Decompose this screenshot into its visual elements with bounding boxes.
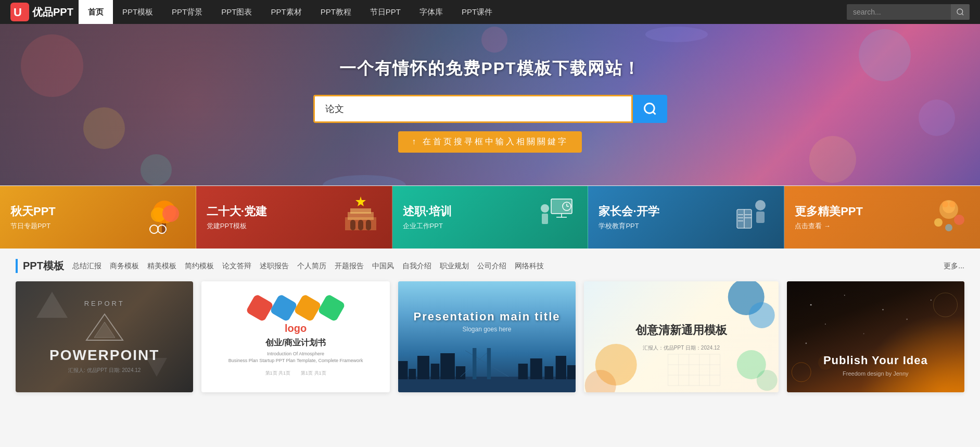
- nav-item-backgrounds[interactable]: PPT背景: [162, 0, 212, 24]
- svg-point-6: [859, 29, 911, 81]
- cat-sub-more: 点击查看 →: [795, 221, 863, 231]
- svg-point-2: [957, 9, 963, 15]
- svg-rect-65: [518, 364, 527, 379]
- svg-point-71: [749, 302, 775, 328]
- tag-intro[interactable]: 自我介绍: [402, 262, 431, 271]
- tag-beautiful[interactable]: 精美模板: [147, 262, 176, 271]
- svg-rect-56: [409, 369, 416, 379]
- svg-rect-37: [756, 212, 765, 223]
- cat-title-training: 述职·培训: [403, 204, 452, 219]
- card2-info1: 第1页 共1页: [265, 370, 291, 377]
- svg-point-9: [141, 154, 172, 185]
- hex-yellow: [294, 293, 322, 322]
- cat-card-party[interactable]: 二十大·党建 党建PPT模板: [196, 186, 392, 249]
- category-cards: 秋天PPT 节日专题PPT 二十大·党建 党建PPT模板: [0, 185, 980, 249]
- svg-point-19: [150, 225, 158, 233]
- logo[interactable]: U 优品PPT: [10, 3, 73, 21]
- tag-thesis[interactable]: 论文答辩: [222, 262, 251, 271]
- svg-point-47: [942, 201, 948, 207]
- nav-search-input[interactable]: [847, 4, 951, 20]
- template-card-5[interactable]: Publish Your Idea Freedom design by Jenn…: [787, 281, 964, 392]
- template-card-3[interactable]: Presentation main title Slogan goes here: [398, 281, 576, 392]
- svg-point-10: [809, 136, 856, 183]
- svg-point-90: [906, 318, 908, 320]
- hero-search-input[interactable]: 论文: [313, 95, 633, 123]
- svg-point-5: [83, 107, 125, 149]
- svg-point-4: [21, 34, 83, 97]
- cat-sub-school: 学校教育PPT: [599, 221, 659, 231]
- hero-hint: ↑ 在首页搜寻框中输入相關關鍵字: [398, 131, 581, 153]
- svg-rect-64: [487, 348, 491, 379]
- city-silhouette: [398, 345, 576, 392]
- svg-rect-63: [473, 348, 476, 379]
- cat-card-school[interactable]: 家长会·开学 学校教育PPT: [588, 186, 784, 249]
- tag-resume[interactable]: 个人简历: [297, 262, 326, 271]
- svg-point-89: [931, 300, 932, 301]
- cat-title-autumn: 秋天PPT: [10, 204, 56, 219]
- cat-card-autumn[interactable]: 秋天PPT 节日专题PPT: [0, 186, 196, 249]
- card1-main-label: POWERPOINT: [49, 347, 159, 364]
- nav-search-button[interactable]: [951, 4, 970, 20]
- svg-rect-57: [417, 356, 429, 379]
- section-title: PPT模板: [16, 259, 64, 273]
- cat-sub-training: 企业工作PPT: [403, 221, 452, 231]
- cat-title-more: 更多精美PPT: [795, 204, 863, 219]
- nav-item-materials[interactable]: PPT素材: [261, 0, 311, 24]
- more-tags-link[interactable]: 更多...: [944, 262, 964, 271]
- svg-rect-59: [440, 353, 455, 379]
- nav-item-charts[interactable]: PPT图表: [212, 0, 261, 24]
- svg-point-88: [805, 343, 807, 344]
- hero-title: 一个有情怀的免费PPT模板下载网站！: [339, 57, 640, 80]
- template-card-2[interactable]: logo 创业/商业计划书 Introduction Of Atmosphere…: [201, 281, 389, 392]
- card2-logo: logo: [285, 322, 307, 334]
- svg-point-50: [954, 215, 964, 225]
- tag-summary[interactable]: 总结汇报: [72, 262, 101, 271]
- tag-report[interactable]: 述职报告: [260, 262, 289, 271]
- template-card-4[interactable]: 创意清新通用模板 汇报人：优品PPT 日期：2024.12: [584, 281, 778, 392]
- tag-chinese[interactable]: 中国风: [372, 262, 394, 271]
- card5-main: Publish Your Idea: [823, 354, 928, 367]
- school-illustration: [732, 194, 773, 235]
- nav-item-holiday[interactable]: 节日PPT: [361, 0, 410, 24]
- tag-proposal[interactable]: 开题报告: [335, 262, 364, 271]
- tag-career[interactable]: 职业规划: [440, 262, 469, 271]
- training-illustration: [536, 194, 577, 235]
- cat-card-training[interactable]: 述职·培训 企业工作PPT: [392, 186, 589, 249]
- svg-point-91: [792, 363, 811, 382]
- cat-title-party: 二十大·党建: [207, 204, 267, 219]
- cat-card-more[interactable]: 更多精美PPT 点击查看 →: [784, 186, 980, 249]
- nav-item-tutorials[interactable]: PPT教程: [311, 0, 361, 24]
- card1-triangle-graphic: [84, 312, 125, 343]
- hex-red: [246, 293, 274, 322]
- svg-rect-25: [358, 220, 363, 230]
- nav-items: 首页 PPT模板 PPT背景 PPT图表 PPT素材 PPT教程 节日PPT 字…: [79, 0, 847, 24]
- nav-item-courses[interactable]: PPT课件: [452, 0, 502, 24]
- card4-title: 创意清新通用模板: [635, 322, 727, 338]
- svg-point-86: [825, 324, 826, 325]
- template-section: PPT模板 总结汇报 商务模板 精美模板 简约模板 论文答辩 述职报告 个人简历…: [0, 249, 980, 392]
- svg-rect-24: [350, 220, 355, 230]
- svg-point-18: [162, 205, 179, 222]
- nav-item-templates[interactable]: PPT模板: [113, 0, 162, 24]
- hero-search-button[interactable]: [633, 95, 667, 123]
- nav-search-area: [847, 4, 970, 20]
- template-card-1[interactable]: REPORT POWERPOINT 汇报人: 优品PPT 日期: 2024.12: [16, 281, 193, 392]
- search-icon: [956, 8, 964, 16]
- hero-search-box: 论文: [313, 95, 667, 123]
- svg-point-8: [481, 27, 507, 53]
- tag-tech[interactable]: 网络科技: [515, 262, 544, 271]
- section-header: PPT模板 总结汇报 商务模板 精美模板 简约模板 论文答辩 述职报告 个人简历…: [16, 259, 964, 273]
- cat-sub-autumn: 节日专题PPT: [10, 221, 56, 231]
- svg-rect-67: [544, 366, 553, 379]
- card2-desc2: Business Plan Startup PPT Plan Template,…: [228, 357, 363, 365]
- tag-business[interactable]: 商务模板: [110, 262, 139, 271]
- svg-point-48: [949, 201, 956, 207]
- tag-simple[interactable]: 简约模板: [185, 262, 214, 271]
- card2-title: 创业/商业计划书: [265, 338, 326, 349]
- brand-name: 优品PPT: [32, 5, 73, 19]
- svg-rect-76: [668, 354, 720, 386]
- nav-item-home[interactable]: 首页: [79, 0, 113, 24]
- tag-company[interactable]: 公司介绍: [477, 262, 506, 271]
- svg-point-34: [541, 204, 549, 213]
- nav-item-fonts[interactable]: 字体库: [410, 0, 452, 24]
